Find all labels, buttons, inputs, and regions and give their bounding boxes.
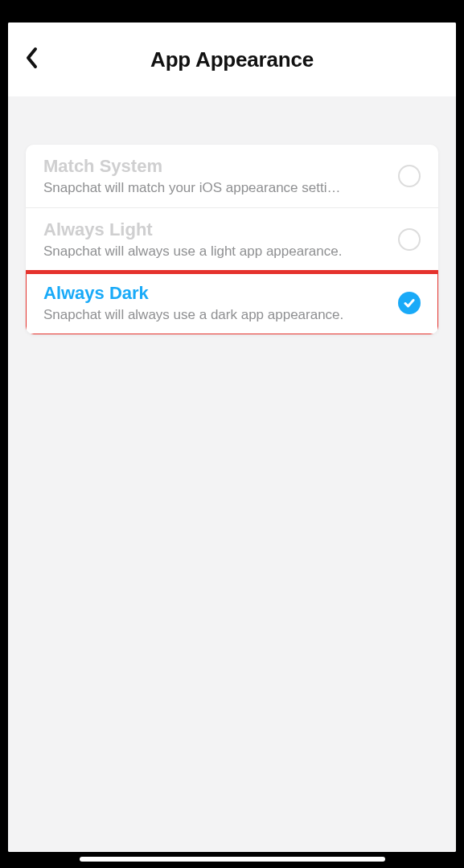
radio-unchecked-icon [398,228,421,251]
content-area: Match System Snapchat will match your iO… [8,96,456,852]
appearance-options-card: Match System Snapchat will match your iO… [26,145,438,334]
chevron-left-icon [24,47,40,72]
option-subtitle: Snapchat will always use a dark app appe… [43,307,381,323]
header-bar: App Appearance [8,23,456,96]
option-text: Always Light Snapchat will always use a … [43,219,398,260]
radio-unchecked-icon [398,165,421,187]
device-frame: App Appearance Match System Snapchat wil… [0,0,464,868]
option-title: Always Dark [43,283,388,304]
option-title: Match System [43,156,388,177]
option-subtitle: Snapchat will always use a light app app… [43,244,381,260]
appearance-option-always-dark[interactable]: Always Dark Snapchat will always use a d… [26,272,438,334]
option-subtitle: Snapchat will match your iOS appearance … [43,180,381,196]
option-title: Always Light [43,219,388,240]
option-text: Always Dark Snapchat will always use a d… [43,283,398,323]
appearance-option-always-light[interactable]: Always Light Snapchat will always use a … [26,208,438,272]
app-screen: App Appearance Match System Snapchat wil… [8,23,456,852]
option-text: Match System Snapchat will match your iO… [43,156,398,196]
home-indicator[interactable] [80,857,385,862]
appearance-option-match-system[interactable]: Match System Snapchat will match your iO… [26,145,438,208]
page-title: App Appearance [21,47,443,72]
back-button[interactable] [21,48,43,71]
radio-checked-icon [398,292,421,314]
